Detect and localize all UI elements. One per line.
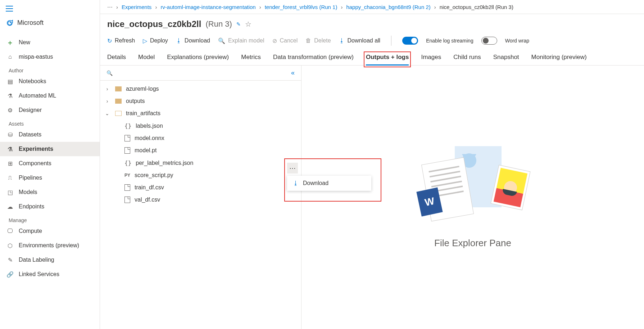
- page-title-row: nice_octopus_cz0kb2ll (Run 3) ✎ ☆: [100, 14, 644, 32]
- sidebar-designer[interactable]: ⚙Designer: [0, 103, 100, 117]
- chevron-right-icon: ›: [259, 4, 261, 10]
- preview-title: File Explorer Pane: [434, 238, 511, 249]
- file-per-label-metrics[interactable]: {}per_label_metrics.json: [100, 157, 301, 169]
- pipelines-icon: ⎍: [6, 174, 14, 181]
- tab-child-runs[interactable]: Child runs: [453, 54, 481, 65]
- crumb-run2[interactable]: happy_chaconia_bgn68nt9 (Run 2): [346, 4, 430, 10]
- tab-metrics[interactable]: Metrics: [241, 54, 261, 65]
- tab-model[interactable]: Model: [138, 54, 155, 65]
- collapse-panel-icon[interactable]: «: [291, 69, 295, 77]
- trash-icon: 🗑: [305, 37, 311, 44]
- tab-snapshot[interactable]: Snapshot: [493, 54, 519, 65]
- tabs: Details Model Explanations (preview) Met…: [100, 49, 644, 66]
- delete-button: 🗑Delete: [305, 37, 331, 44]
- breadcrumb-more-icon[interactable]: ⋯: [107, 4, 113, 10]
- labeling-icon: ✎: [6, 256, 14, 263]
- run-name: nice_octopus_cz0kb2ll: [107, 19, 201, 29]
- datasets-icon: ⛁: [6, 131, 14, 138]
- folder-train-artifacts[interactable]: ⌄train_artifacts: [100, 107, 301, 120]
- sidebar-experiments[interactable]: ⚗Experiments: [0, 142, 100, 156]
- log-streaming-label: Enable log streaming: [426, 38, 473, 44]
- cancel-icon: ⊘: [272, 37, 277, 44]
- log-streaming-toggle[interactable]: [402, 37, 418, 45]
- folder-icon: [115, 99, 122, 104]
- download-all-button[interactable]: ⭳Download all: [339, 37, 381, 44]
- back-to-microsoft[interactable]: Microsoft: [0, 15, 100, 30]
- tab-details[interactable]: Details: [107, 54, 126, 65]
- folder-icon: [115, 86, 122, 91]
- file-train-df[interactable]: train_df.csv: [100, 181, 301, 194]
- designer-icon: ⚙: [6, 107, 14, 114]
- tab-monitoring[interactable]: Monitoring (preview): [531, 54, 587, 65]
- file-tree: ›azureml-logs ›outputs ⌄train_artifacts …: [100, 81, 301, 208]
- sidebar-pipelines[interactable]: ⎍Pipelines: [0, 171, 100, 185]
- compute-icon: 🖵: [6, 227, 14, 235]
- cancel-button: ⊘Cancel: [272, 37, 298, 44]
- file-score-script[interactable]: PYscore_script.py: [100, 169, 301, 181]
- chevron-right-icon: ›: [104, 86, 111, 92]
- sidebar-data-labeling[interactable]: ✎Data Labeling: [0, 253, 100, 267]
- content-area: 🔍 « ›azureml-logs ›outputs ⌄train_artifa…: [100, 66, 644, 329]
- refresh-button[interactable]: ↻Refresh: [107, 37, 135, 44]
- link-icon: 🔗: [6, 271, 14, 278]
- sidebar-notebooks[interactable]: ▤Notebooks: [0, 74, 100, 89]
- word-wrap-label: Word wrap: [505, 38, 529, 44]
- file-model-onnx[interactable]: model.onnx: [100, 132, 301, 144]
- section-assets: Assets: [0, 117, 100, 127]
- sidebar-compute[interactable]: 🖵Compute: [0, 224, 100, 238]
- file-labels-json[interactable]: {}labels.json: [100, 120, 301, 132]
- run-number: (Run 3): [205, 19, 232, 29]
- chevron-right-icon: ›: [155, 4, 157, 10]
- word-wrap-toggle[interactable]: [481, 37, 497, 45]
- file-more-actions-button[interactable]: ⋯: [287, 163, 298, 173]
- sidebar-endpoints[interactable]: ☁Endpoints: [0, 199, 100, 214]
- file-val-df[interactable]: val_df.csv: [100, 194, 301, 206]
- context-menu: ⭳ Download: [287, 176, 371, 191]
- json-icon: {}: [124, 122, 131, 129]
- home-icon: ⌂: [6, 53, 14, 60]
- preview-panel: W File Explorer Pane: [301, 66, 644, 329]
- chevron-down-icon: ⌄: [104, 111, 111, 116]
- hamburger-icon[interactable]: [0, 3, 100, 15]
- search-icon[interactable]: 🔍: [106, 70, 113, 76]
- file-icon: [124, 135, 130, 141]
- play-icon: ▷: [143, 37, 147, 44]
- folder-outputs[interactable]: ›outputs: [100, 95, 301, 107]
- crumb-run3: nice_octopus_cz0kb2ll (Run 3): [440, 4, 513, 10]
- tab-explanations[interactable]: Explanations (preview): [167, 54, 229, 65]
- plus-icon: ＋: [6, 39, 14, 46]
- chevron-right-icon: ›: [104, 98, 111, 104]
- deploy-button[interactable]: ▷Deploy: [143, 37, 168, 44]
- tab-data-transformation[interactable]: Data transformation (preview): [273, 54, 354, 65]
- file-icon: [124, 197, 130, 203]
- chevron-right-icon: ›: [116, 4, 118, 10]
- sidebar-automated-ml[interactable]: ⚗Automated ML: [0, 89, 100, 103]
- sidebar-components[interactable]: ⊞Components: [0, 156, 100, 171]
- main-area: ⋯ › Experiments › rv-automl-image-instan…: [100, 0, 644, 329]
- sidebar-workspace[interactable]: ⌂ mispa-eastus: [0, 50, 100, 64]
- file-icon: [124, 184, 130, 191]
- chevron-right-icon: ›: [434, 4, 436, 10]
- breadcrumbs: ⋯ › Experiments › rv-automl-image-instan…: [100, 0, 644, 14]
- sidebar-models[interactable]: ◳Models: [0, 185, 100, 199]
- folder-azureml-logs[interactable]: ›azureml-logs: [100, 83, 301, 95]
- notebook-icon: ▤: [6, 78, 14, 85]
- explain-model-button: 🔍Explain model: [218, 37, 264, 44]
- sidebar-new[interactable]: ＋ New: [0, 35, 100, 50]
- download-button[interactable]: ⭳Download: [176, 37, 210, 44]
- file-model-pt[interactable]: model.pt: [100, 144, 301, 157]
- crumb-experiment-name[interactable]: rv-automl-image-instance-segmentation: [160, 4, 255, 10]
- sidebar-linked-services[interactable]: 🔗Linked Services: [0, 267, 100, 281]
- crumb-run1[interactable]: tender_forest_vrbl9lvs (Run 1): [265, 4, 337, 10]
- sidebar-environments[interactable]: ⬡Environments (preview): [0, 238, 100, 253]
- favorite-star-icon[interactable]: ☆: [245, 20, 251, 28]
- crumb-experiments[interactable]: Experiments: [122, 4, 151, 10]
- tab-images[interactable]: Images: [421, 54, 441, 65]
- context-menu-download[interactable]: ⭳ Download: [287, 176, 371, 191]
- edit-icon[interactable]: ✎: [236, 21, 241, 27]
- tab-outputs-logs[interactable]: Outputs + logs: [366, 54, 409, 65]
- sidebar: Microsoft ＋ New ⌂ mispa-eastus Author ▤N…: [0, 0, 100, 329]
- folder-open-icon: [115, 111, 122, 116]
- search-icon: 🔍: [218, 37, 225, 44]
- sidebar-datasets[interactable]: ⛁Datasets: [0, 127, 100, 142]
